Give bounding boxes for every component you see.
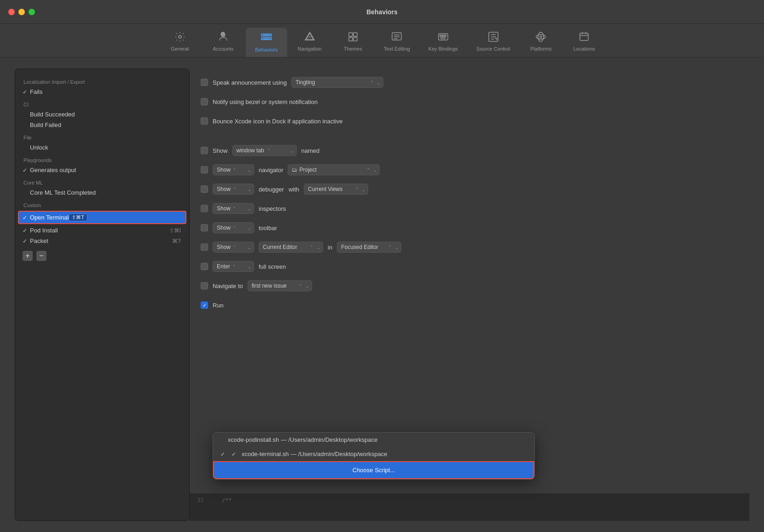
sidebar-item-pod-install[interactable]: Pod Install ⇧⌘I <box>15 225 189 236</box>
tab-accounts-label: Accounts <box>213 46 233 52</box>
show-inspectors-checkbox[interactable] <box>201 205 208 212</box>
speak-announcement-checkbox[interactable] <box>201 79 208 86</box>
svg-rect-12 <box>353 37 357 41</box>
sidebar-item-fails-label: Fails <box>30 88 42 95</box>
tab-navigation[interactable]: Navigation <box>289 29 330 56</box>
tab-general[interactable]: General <box>159 29 201 56</box>
sidebar-item-open-terminal-label: Open Terminal <box>30 214 69 221</box>
with-label: with <box>289 186 299 193</box>
run-label: Run <box>213 302 224 309</box>
sidebar-item-unlock[interactable]: Unlock <box>15 142 189 153</box>
sidebar: Localization Import / Export Fails CI Bu… <box>15 69 190 521</box>
show-debugger-checkbox[interactable] <box>201 185 208 193</box>
show-toolbar-row: Show ⌃ toolbar <box>201 221 738 234</box>
tab-themes[interactable]: Themes <box>332 29 374 56</box>
script-dropdown-popup: xcode-podinstall.sh — /Users/admin/Deskt… <box>213 432 535 480</box>
accounts-icon: @ <box>218 31 229 44</box>
tab-themes-label: Themes <box>344 46 362 52</box>
sidebar-item-build-failed[interactable]: Build Failed <box>15 120 189 130</box>
show-dropdown-6[interactable]: Show ⌃ <box>213 242 254 253</box>
sidebar-item-build-succeeded[interactable]: Build Succeeded <box>15 109 189 120</box>
remove-behavior-button[interactable]: − <box>36 251 46 261</box>
show-window-tab-checkbox[interactable] <box>201 147 208 154</box>
enter-dropdown[interactable]: Enter ⌃ <box>213 261 254 272</box>
close-button[interactable] <box>8 9 15 15</box>
sidebar-item-generates-output-label: Generates output <box>30 167 76 173</box>
show-dropdown-2[interactable]: Show ⌃ <box>213 164 254 175</box>
choose-script-button[interactable]: Choose Script... <box>213 461 534 479</box>
sidebar-item-packet[interactable]: Packet ⌘? <box>15 236 189 246</box>
tab-key-bindings-label: Key Bindings <box>428 46 458 52</box>
navigate-to-dropdown[interactable]: first new issue ⌃ <box>248 280 312 291</box>
speak-announcement-dropdown[interactable]: Tingting ⌃ <box>291 77 383 88</box>
tab-key-bindings[interactable]: Key Bindings <box>420 29 466 56</box>
sidebar-item-open-terminal[interactable]: Open Terminal ⇧⌘T <box>18 211 186 224</box>
toolbar-label: toolbar <box>259 225 277 231</box>
locations-icon <box>579 31 590 44</box>
script-option-terminal[interactable]: ✓ xcode-terminal.sh — /Users/admin/Deskt… <box>213 447 534 461</box>
focused-editor-dropdown[interactable]: Focused Editor ⌃ <box>337 242 401 253</box>
show-debugger-row: Show ⌃ debugger with Current Views ⌃ <box>201 183 738 196</box>
svg-point-0 <box>179 35 181 38</box>
current-editor-dropdown[interactable]: Current Editor ⌃ <box>259 242 323 253</box>
tab-text-editing-label: Text Editing <box>384 46 410 52</box>
script-podinstall-label: xcode-podinstall.sh — /Users/admin/Deskt… <box>228 436 377 443</box>
add-behavior-button[interactable]: + <box>23 251 33 261</box>
enter-fullscreen-checkbox[interactable] <box>201 263 208 270</box>
bounce-icon-checkbox[interactable] <box>201 117 208 125</box>
tab-general-label: General <box>171 46 189 52</box>
navigator-project-dropdown[interactable]: 🗂 Project ⌃ <box>288 164 380 175</box>
text-editing-icon <box>391 31 402 44</box>
window-controls <box>8 9 35 15</box>
section-header-custom: Custom <box>15 198 189 210</box>
script-option-podinstall[interactable]: xcode-podinstall.sh — /Users/admin/Deskt… <box>213 433 534 447</box>
show-dropdown-4[interactable]: Show ⌃ <box>213 203 254 214</box>
sidebar-item-generates-output[interactable]: Generates output <box>15 165 189 175</box>
sidebar-item-unlock-label: Unlock <box>30 144 48 151</box>
tab-text-editing[interactable]: Text Editing <box>376 29 418 56</box>
notify-bezel-label: Notify using bezel or system notificatio… <box>213 98 318 105</box>
tab-source-control[interactable]: Source Control <box>468 29 518 56</box>
sidebar-item-fails[interactable]: Fails <box>15 87 189 97</box>
notify-bezel-checkbox[interactable] <box>201 98 208 105</box>
sidebar-item-pod-install-label: Pod Install <box>30 227 58 234</box>
script-terminal-label: xcode-terminal.sh — /Users/admin/Desktop… <box>242 451 387 457</box>
show-dropdown-5[interactable]: Show ⌃ <box>213 222 254 233</box>
show-dropdown-3[interactable]: Show ⌃ <box>213 184 254 195</box>
show-toolbar-checkbox[interactable] <box>201 224 208 231</box>
named-label: named <box>301 147 320 154</box>
enter-fullscreen-row: Enter ⌃ full screen <box>201 260 738 273</box>
gear-icon <box>174 31 185 44</box>
navigate-to-row: Navigate to first new issue ⌃ <box>201 279 738 292</box>
tab-accounts[interactable]: @ Accounts <box>203 29 244 56</box>
svg-point-28 <box>540 36 542 38</box>
speak-announcement-label: Speak announcement using <box>213 79 287 86</box>
titlebar: Behaviors <box>0 0 764 24</box>
show-navigator-checkbox[interactable] <box>201 166 208 173</box>
tab-locations-label: Locations <box>573 46 595 52</box>
packet-shortcut: ⌘? <box>172 238 181 244</box>
themes-icon <box>347 31 359 44</box>
right-panel: Speak announcement using Tingting ⌃ Noti… <box>190 69 749 521</box>
tab-behaviors[interactable]: Behaviors <box>246 28 287 57</box>
debugger-views-dropdown[interactable]: Current Views ⌃ <box>304 184 368 195</box>
svg-point-26 <box>536 35 545 39</box>
section-header-core-ml: Core ML <box>15 175 189 187</box>
show-current-editor-checkbox[interactable] <box>201 243 208 251</box>
behaviors-icon <box>260 30 273 45</box>
maximize-button[interactable] <box>29 9 35 15</box>
sidebar-item-core-ml-test[interactable]: Core ML Test Completed <box>15 187 189 198</box>
tab-navigation-label: Navigation <box>298 46 322 52</box>
bounce-icon-row: Bounce Xcode icon in Dock if application… <box>201 115 738 127</box>
navigate-to-checkbox[interactable] <box>201 282 208 289</box>
tab-platforms[interactable]: Platforms <box>520 29 561 56</box>
sidebar-item-packet-label: Packet <box>30 237 48 244</box>
minimize-button[interactable] <box>18 9 25 15</box>
navigation-icon <box>304 31 315 44</box>
run-checkbox[interactable] <box>201 301 208 309</box>
key-bindings-icon <box>438 31 449 44</box>
source-control-icon <box>488 31 499 44</box>
tab-locations[interactable]: Locations <box>563 29 605 56</box>
bounce-icon-label: Bounce Xcode icon in Dock if application… <box>213 118 343 125</box>
window-tab-dropdown[interactable]: window tab ⌃ <box>232 145 297 156</box>
